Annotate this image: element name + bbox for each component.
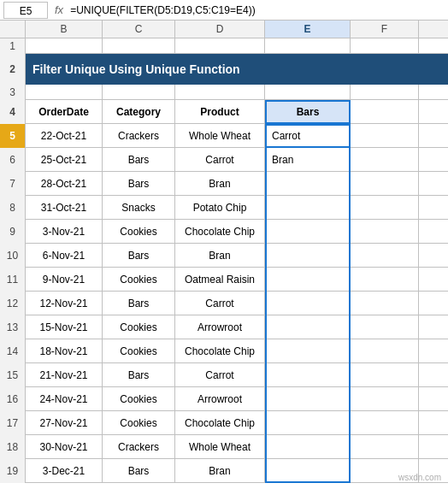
table-row: 7 28-Oct-21 Bars Bran [0, 172, 448, 196]
table-row: 15 21-Nov-21 Bars Carrot [0, 363, 448, 387]
cell-f9 [351, 220, 419, 244]
cell-c12: Bars [103, 292, 175, 315]
table-row: 3 [0, 85, 448, 100]
row-num: 10 [0, 244, 26, 268]
row-num: 5 [0, 124, 26, 148]
cell-c6: Bars [103, 148, 175, 172]
table-row-title: 2 Filter Unique Using Unique Function [0, 54, 448, 85]
cell-e13[interactable] [265, 315, 351, 339]
cell-b8: 31-Oct-21 [26, 196, 103, 220]
spreadsheet: B C D E F 1 2 Filter Unique Using Unique… [0, 21, 448, 483]
cell-b19: 3-Dec-21 [26, 459, 103, 483]
cell-d16: Arrowroot [175, 387, 265, 411]
cell-d5: Whole Wheat [175, 124, 265, 148]
watermark: wsxdn.com [398, 473, 441, 482]
cell-c14: Cookies [103, 339, 175, 363]
cell-d1 [175, 38, 265, 54]
title-cell: Filter Unique Using Unique Function [26, 54, 448, 85]
cell-d3 [175, 85, 265, 100]
cell-d6: Carrot [175, 148, 265, 172]
table-row: 5 22-Oct-21 Crackers Whole Wheat Carrot [0, 124, 448, 148]
cell-f5 [351, 124, 419, 148]
cell-d9: Chocolate Chip [175, 220, 265, 244]
cell-f10 [351, 244, 419, 268]
table-row: 14 18-Nov-21 Cookies Chocolate Chip [0, 339, 448, 363]
col-header-f[interactable]: F [351, 21, 419, 38]
cell-b7: 28-Oct-21 [26, 172, 103, 196]
cell-d13: Arrowroot [175, 315, 265, 339]
cell-b9: 3-Nov-21 [26, 220, 103, 244]
cell-f1 [351, 38, 419, 54]
row-num: 17 [0, 411, 26, 435]
cell-f16 [351, 387, 419, 411]
row-num-header [0, 21, 26, 38]
cell-bars-header[interactable]: Bars [265, 100, 351, 124]
table-row: 13 15-Nov-21 Cookies Arrowroot [0, 315, 448, 339]
cell-e12[interactable] [265, 292, 351, 315]
cell-e15[interactable] [265, 363, 351, 387]
table-row: 8 31-Oct-21 Snacks Potato Chip [0, 196, 448, 220]
cell-c16: Cookies [103, 387, 175, 411]
cell-e14[interactable] [265, 339, 351, 363]
cell-b12: 12-Nov-21 [26, 292, 103, 315]
cell-e1 [265, 38, 351, 54]
cell-product-header: Product [175, 100, 265, 124]
col-headers-row: B C D E F [0, 21, 448, 38]
col-header-e[interactable]: E [265, 21, 351, 38]
data-rows: 1 2 Filter Unique Using Unique Function … [0, 38, 448, 483]
cell-e19[interactable] [265, 459, 351, 483]
col-header-d[interactable]: D [175, 21, 265, 38]
cell-reference[interactable]: E5 [3, 2, 48, 19]
cell-d17: Chocolate Chip [175, 411, 265, 435]
table-row: 6 25-Oct-21 Bars Carrot Bran [0, 148, 448, 172]
row-num: 19 [0, 459, 26, 483]
row-num: 12 [0, 292, 26, 315]
cell-c19: Bars [103, 459, 175, 483]
cell-c10: Bars [103, 244, 175, 268]
cell-f13 [351, 315, 419, 339]
cell-e5[interactable]: Carrot [265, 124, 351, 148]
formula-input[interactable] [70, 2, 445, 19]
cell-e9[interactable] [265, 220, 351, 244]
cell-f12 [351, 292, 419, 315]
cell-e17[interactable] [265, 411, 351, 435]
row-num: 3 [0, 85, 26, 100]
formula-bar: E5 fx [0, 0, 448, 21]
cell-category-header: Category [103, 100, 175, 124]
row-num: 4 [0, 100, 26, 124]
cell-f11 [351, 268, 419, 292]
cell-d15: Carrot [175, 363, 265, 387]
cell-e11[interactable] [265, 268, 351, 292]
table-row: 10 6-Nov-21 Bars Bran [0, 244, 448, 268]
table-row: 12 12-Nov-21 Bars Carrot [0, 292, 448, 315]
cell-e10[interactable] [265, 244, 351, 268]
table-row-header: 4 OrderDate Category Product Bars [0, 100, 448, 124]
cell-f3 [351, 85, 419, 100]
table-row: 18 30-Nov-21 Crackers Whole Wheat [0, 435, 448, 459]
cell-f4 [351, 100, 419, 124]
cell-f18 [351, 435, 419, 459]
cell-e7[interactable] [265, 172, 351, 196]
cell-c13: Cookies [103, 315, 175, 339]
cell-d7: Bran [175, 172, 265, 196]
cell-b18: 30-Nov-21 [26, 435, 103, 459]
row-num: 1 [0, 38, 26, 54]
cell-f15 [351, 363, 419, 387]
row-num: 13 [0, 315, 26, 339]
table-row: 1 [0, 38, 448, 54]
col-header-c[interactable]: C [103, 21, 175, 38]
col-header-b[interactable]: B [26, 21, 103, 38]
cell-f6 [351, 148, 419, 172]
cell-f14 [351, 339, 419, 363]
cell-e6[interactable]: Bran [265, 148, 351, 172]
cell-b14: 18-Nov-21 [26, 339, 103, 363]
cell-e8[interactable] [265, 196, 351, 220]
row-num: 15 [0, 363, 26, 387]
cell-e16[interactable] [265, 387, 351, 411]
cell-d18: Whole Wheat [175, 435, 265, 459]
cell-b11: 9-Nov-21 [26, 268, 103, 292]
cell-b5: 22-Oct-21 [26, 124, 103, 148]
cell-d19: Bran [175, 459, 265, 483]
cell-e18[interactable] [265, 435, 351, 459]
cell-c11: Cookies [103, 268, 175, 292]
